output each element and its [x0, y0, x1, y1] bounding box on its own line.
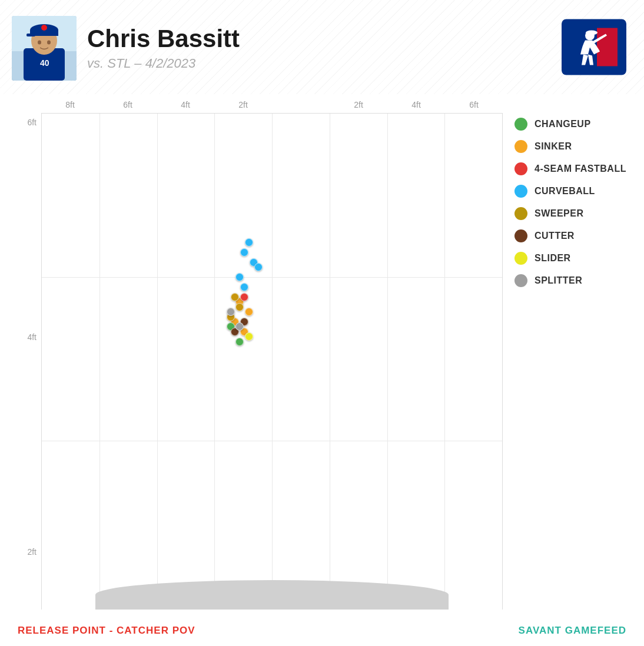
- plot-area: [41, 113, 503, 610]
- legend-label-changeup: CHANGEUP: [535, 119, 591, 129]
- footer-right-label: SAVANT GAMEFEED: [519, 625, 626, 637]
- x-label-center: [283, 100, 318, 109]
- legend-label-slider: SLIDER: [535, 253, 571, 264]
- grid-v-3: [214, 114, 215, 610]
- header: 40 Chris Bassitt vs. STL – 4/2/2023: [0, 0, 644, 94]
- legend-dot-changeup: [514, 118, 527, 131]
- x-label-6ft-right: 6ft: [456, 100, 492, 109]
- svg-point-14: [586, 31, 597, 35]
- svg-point-7: [38, 41, 41, 45]
- legend-label-curveball: CURVEBALL: [535, 186, 595, 197]
- grid-v-6: [387, 114, 388, 610]
- footer-left-label: RELEASE POINT - CATCHER POV: [18, 625, 195, 637]
- chart-section: 6ft 4ft 2ft 8ft 6ft 4ft 2ft 2ft 4ft 6ft: [0, 94, 644, 610]
- legend-item-4-seam-fastball: 4-SEAM FASTBALL: [514, 162, 626, 175]
- pitch-dot-4[interactable]: [245, 238, 253, 247]
- svg-point-8: [47, 41, 51, 45]
- grid-h-2: [42, 441, 502, 441]
- grid-v-4: [272, 114, 273, 610]
- y-label-2ft: 2ft: [27, 547, 41, 557]
- mound-shape: [95, 580, 449, 610]
- footer: RELEASE POINT - CATCHER POV SAVANT GAMEF…: [0, 615, 644, 646]
- y-label-4ft: 4ft: [27, 332, 41, 342]
- legend-dot-slider: [514, 252, 527, 265]
- legend-item-sinker: SINKER: [514, 140, 626, 153]
- grid-h-1: [42, 277, 502, 278]
- player-subtitle: vs. STL – 4/2/2023: [87, 56, 240, 71]
- pitch-dot-3[interactable]: [254, 263, 263, 271]
- x-label-2ft-right: 2ft: [341, 100, 376, 109]
- pitch-dot-5[interactable]: [240, 283, 248, 291]
- player-name: Chris Bassitt: [87, 25, 240, 52]
- pitch-dot-7[interactable]: [245, 308, 253, 316]
- legend-label-splitter: SPLITTER: [535, 275, 582, 286]
- pitch-dot-14[interactable]: [235, 338, 244, 346]
- pitch-dot-12[interactable]: [231, 293, 239, 301]
- x-label-6ft: 6ft: [110, 100, 145, 109]
- legend-label-cutter: CUTTER: [535, 231, 575, 241]
- mlb-logo: [562, 19, 626, 75]
- pitch-dot-19[interactable]: [245, 332, 253, 341]
- legend-label-sinker: SINKER: [535, 141, 572, 152]
- pitch-dot-0[interactable]: [240, 248, 248, 257]
- x-label-4ft-right: 4ft: [399, 100, 434, 109]
- pitch-dot-20[interactable]: [240, 293, 248, 301]
- legend-item-splitter: SPLITTER: [514, 274, 626, 287]
- legend-dot-cutter: [514, 229, 527, 242]
- legend-item-sweeper: SWEEPER: [514, 207, 626, 220]
- svg-point-10: [41, 25, 47, 31]
- grid-v-2: [157, 114, 158, 610]
- grid-v-5: [330, 114, 330, 610]
- x-label-8ft: 8ft: [52, 100, 88, 109]
- legend-item-slider: SLIDER: [514, 252, 626, 265]
- legend-dot-sinker: [514, 140, 527, 153]
- pitch-dot-2[interactable]: [235, 273, 244, 281]
- svg-text:40: 40: [40, 58, 49, 68]
- grid-v-7: [444, 114, 445, 610]
- chart-main: 8ft 6ft 4ft 2ft 2ft 4ft 6ft: [41, 100, 503, 610]
- x-axis: 8ft 6ft 4ft 2ft 2ft 4ft 6ft: [41, 100, 503, 113]
- legend-dot-curveball: [514, 185, 527, 198]
- legend-dot-sweeper: [514, 207, 527, 220]
- legend-label-4-seam-fastball: 4-SEAM FASTBALL: [535, 164, 626, 174]
- grid-v-1: [99, 114, 100, 610]
- x-label-4ft: 4ft: [168, 100, 203, 109]
- legend: CHANGEUPSINKER4-SEAM FASTBALLCURVEBALLSW…: [503, 100, 632, 610]
- player-photo: 40: [12, 16, 77, 81]
- legend-label-sweeper: SWEEPER: [535, 208, 584, 219]
- pitch-dot-17[interactable]: [227, 308, 235, 316]
- player-info: Chris Bassitt vs. STL – 4/2/2023: [87, 25, 240, 71]
- legend-item-cutter: CUTTER: [514, 229, 626, 242]
- y-axis: 6ft 4ft 2ft: [12, 100, 41, 610]
- y-label-6ft: 6ft: [27, 118, 41, 127]
- svg-rect-6: [26, 34, 35, 36]
- pitch-dot-10[interactable]: [235, 303, 244, 311]
- pitch-dot-18[interactable]: [235, 322, 244, 331]
- legend-item-changeup: CHANGEUP: [514, 118, 626, 131]
- legend-dot-splitter: [514, 274, 527, 287]
- legend-item-curveball: CURVEBALL: [514, 185, 626, 198]
- page-container: 40 Chris Bassitt vs. STL – 4/2/2023: [0, 0, 644, 646]
- legend-dot-4-seam-fastball: [514, 162, 527, 175]
- x-label-2ft-left: 2ft: [225, 100, 261, 109]
